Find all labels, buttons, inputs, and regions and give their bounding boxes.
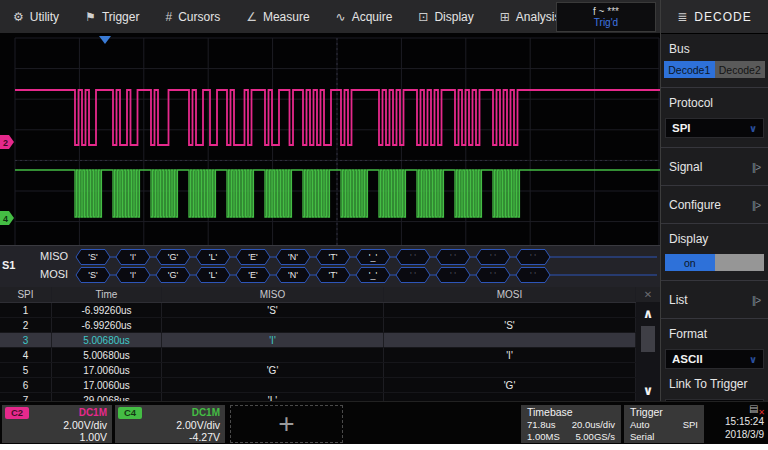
table-body: 1-6.99260us'S'2-6.99260us'S'35.00680us'I… [0,303,660,408]
menu-item-label: Display [434,10,473,24]
protocol-value: SPI [672,122,691,134]
clock-box: ▤ ✕ 15:15:24 2018/3/9 [708,402,768,445]
table-header-row: SPITimeMISOMOSI✕ [0,287,660,303]
table-header-miso: MISO [162,287,384,302]
menu-item-label: Analysis [516,10,561,24]
channel-badge-c4: C4 [118,407,142,419]
display-icon: ⊡ [418,10,428,24]
svg-text:'I': 'I' [130,270,136,280]
acquire-icon: ∿ [336,10,346,24]
trigger-type: SPI [683,419,698,431]
table-cell [162,348,384,362]
table-cell: 17.0060us [52,378,162,392]
decode2-button[interactable]: Decode2 [715,61,766,78]
menu-item-label: Trigger [102,10,140,24]
menu-item-acquire[interactable]: ∿Acquire [323,0,406,33]
plus-icon: + [278,414,294,434]
format-value: ASCII [672,353,703,365]
svg-text:' ': ' ' [450,252,456,262]
table-cell: 'G' [162,363,384,377]
table-cell [384,333,636,347]
channel-scale: 2.00V/div [5,419,107,431]
table-cell [162,318,384,332]
table-row[interactable]: 45.00680us'I' [0,348,660,363]
decode-list-table: SPITimeMISOMOSI✕ 1-6.99260us'S'2-6.99260… [0,287,660,401]
menu-item-cursors[interactable]: #Cursors [152,0,233,33]
table-row[interactable]: 2-6.99260us'S' [0,318,660,333]
svg-text:'E': 'E' [248,270,258,280]
timebase-points: 1.00MS [527,431,560,443]
menu-item-display[interactable]: ⊡Display [405,0,486,33]
table-header-spi: SPI [0,287,52,302]
display-toggle-off[interactable] [715,254,765,271]
configure-label: Configure [669,198,721,212]
decode-icon: ≣ [677,10,687,24]
trigger-box[interactable]: Trigger Auto SPI Serial [624,405,704,443]
menu-item-utility[interactable]: ⚙Utility [0,0,72,33]
trigger-source: Serial [630,431,654,443]
table-cell: 5 [0,363,52,377]
table-cell: 'I' [162,333,384,347]
svg-text:2: 2 [3,138,8,148]
svg-text:'T': 'T' [329,270,338,280]
list-label: List [669,293,688,307]
menu-item-label: Acquire [352,10,393,24]
table-row[interactable]: 35.00680us'I' [0,333,660,348]
table-row[interactable]: 617.0060us'G' [0,378,660,393]
svg-text:' ': ' ' [410,270,416,280]
display-toggle-on[interactable]: on [665,254,715,271]
menu-item-measure[interactable]: ∠Measure [233,0,322,33]
network-status-icon: ▤ ✕ [749,404,762,415]
menu-item-trigger[interactable]: ⚑Trigger [72,0,152,33]
signal-menu-item[interactable]: Signal ||> [661,148,768,176]
table-cell [384,303,636,317]
table-cell: 'G' [384,378,636,392]
channel-box-c2[interactable]: C2DC1M2.00V/div1.00V [2,405,112,443]
menu-item-label: Cursors [178,10,220,24]
timebase-box[interactable]: Timebase 71.8us 20.0us/div 1.00MS 5.00GS… [521,405,621,443]
chevron-down-icon: ∨ [749,123,757,134]
protocol-dropdown[interactable]: SPI ∨ [665,118,764,138]
trigger-mode: Auto [630,419,650,431]
table-cell: 'S' [384,318,636,332]
table-cell: 'I' [384,348,636,362]
table-row[interactable]: 517.0060us'G' [0,363,660,378]
table-row[interactable]: 1-6.99260us'S' [0,303,660,318]
trigger-status-box: f ~ *** Trig'd [556,2,656,32]
scroll-thumb[interactable] [641,326,655,352]
submenu-arrow-icon: ||> [752,295,760,306]
svg-text:' ': ' ' [490,270,496,280]
svg-text:'N': 'N' [288,270,298,280]
scroll-up-icon[interactable]: ∧ [643,302,654,324]
panel-header: ≣ DECODE [661,0,768,34]
oscilloscope-screen: { "icons": { "utility": "⚙", "trigger": … [0,0,768,450]
menu-item-label: Utility [30,10,59,24]
add-channel-button[interactable]: + [230,405,343,443]
channel-scale: 2.00V/div [118,419,220,431]
display-toggle[interactable]: on [665,254,764,271]
timebase-label: Timebase [527,406,615,419]
table-cell: -6.99260us [52,318,162,332]
svg-text:'L': 'L' [209,270,218,280]
table-close-button[interactable]: ✕ [636,287,660,302]
svg-text:' ': ' ' [450,270,456,280]
clock-time: 15:15:24 [725,416,764,427]
format-dropdown[interactable]: ASCII ∨ [665,349,764,369]
page-margin [0,444,768,450]
svg-text:' ': ' ' [410,252,416,262]
table-cell: 5.00680us [52,348,162,362]
decode1-button[interactable]: Decode1 [664,61,715,78]
trigger-position-marker[interactable] [99,36,111,44]
channel-offset: -4.27V [118,431,220,443]
clock-date: 2018/3/9 [725,429,764,440]
table-scrollbar[interactable]: ∧ ∨ [636,302,660,401]
panel-title: DECODE [694,10,751,24]
bus-hexagons: 'S''I''G''L''E''N''T''_'' '' '' '' ''S''… [0,246,660,288]
svg-text:' ': ' ' [530,270,536,280]
channel-offset: 1.00V [5,431,107,443]
configure-menu-item[interactable]: Configure ||> [661,186,768,214]
svg-text:' ': ' ' [490,252,496,262]
scroll-down-icon[interactable]: ∨ [643,379,654,401]
channel-box-c4[interactable]: C4DC1M2.00V/div-4.27V [115,405,225,443]
list-menu-item[interactable]: List ||> [661,281,768,309]
